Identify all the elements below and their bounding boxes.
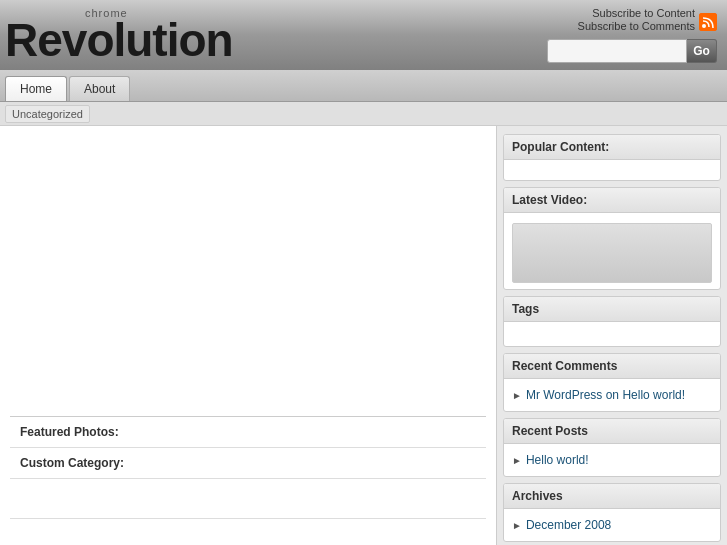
list-item: ► December 2008 bbox=[512, 515, 712, 535]
header-right: Subscribe to Content Subscribe to Commen… bbox=[547, 7, 717, 63]
arrow-icon: ► bbox=[512, 520, 522, 531]
subnav: Uncategorized bbox=[0, 102, 727, 126]
nav-bar: Home About bbox=[0, 70, 727, 102]
widget-recent-posts-title: Recent Posts bbox=[504, 419, 720, 444]
nav-tab-home[interactable]: Home bbox=[5, 76, 67, 101]
bottom-sections: Featured Photos: Custom Category: bbox=[10, 416, 486, 519]
svg-point-1 bbox=[702, 24, 706, 28]
nav-tab-about[interactable]: About bbox=[69, 76, 130, 101]
recent-post-link[interactable]: Hello world! bbox=[526, 453, 589, 467]
recent-comment-link[interactable]: Mr WordPress on Hello world! bbox=[526, 388, 685, 402]
custom-category-title: Custom Category: bbox=[20, 456, 476, 470]
content-main bbox=[10, 136, 486, 416]
widget-popular-content-body bbox=[504, 160, 720, 180]
widget-recent-posts: Recent Posts ► Hello world! bbox=[503, 418, 721, 477]
category-label[interactable]: Uncategorized bbox=[5, 105, 90, 123]
widget-archives: Archives ► December 2008 bbox=[503, 483, 721, 542]
search-button[interactable]: Go bbox=[687, 39, 717, 63]
widget-popular-content: Popular Content: bbox=[503, 134, 721, 181]
featured-photos-section: Featured Photos: bbox=[10, 417, 486, 448]
subscribe-row: Subscribe to Content Subscribe to Commen… bbox=[578, 7, 717, 36]
widget-latest-video-title: Latest Video: bbox=[504, 188, 720, 213]
widget-recent-comments-title: Recent Comments bbox=[504, 354, 720, 379]
widget-tags-title: Tags bbox=[504, 297, 720, 322]
widget-archives-body: ► December 2008 bbox=[504, 509, 720, 541]
content-area: Featured Photos: Custom Category: bbox=[0, 126, 497, 545]
widget-latest-video-body bbox=[504, 213, 720, 289]
header: chrome Revolution Subscribe to Content S… bbox=[0, 0, 727, 70]
bottom-extra-section bbox=[10, 479, 486, 519]
sidebar: Popular Content: Latest Video: Tags Rece… bbox=[497, 126, 727, 545]
search-input[interactable] bbox=[547, 39, 687, 63]
archive-link[interactable]: December 2008 bbox=[526, 518, 611, 532]
subscribe-links: Subscribe to Content Subscribe to Commen… bbox=[578, 7, 695, 32]
list-item: ► Mr WordPress on Hello world! bbox=[512, 385, 712, 405]
search-row: Go bbox=[547, 39, 717, 63]
widget-recent-comments: Recent Comments ► Mr WordPress on Hello … bbox=[503, 353, 721, 412]
subscribe-content-link[interactable]: Subscribe to Content bbox=[592, 7, 695, 19]
arrow-icon: ► bbox=[512, 390, 522, 401]
list-item: ► Hello world! bbox=[512, 450, 712, 470]
custom-category-section: Custom Category: bbox=[10, 448, 486, 479]
logo-revolution-text: Revolution bbox=[5, 17, 233, 63]
arrow-icon: ► bbox=[512, 455, 522, 466]
subscribe-comments-link[interactable]: Subscribe to Comments bbox=[578, 20, 695, 32]
logo-area: chrome Revolution bbox=[5, 8, 233, 63]
widget-tags: Tags bbox=[503, 296, 721, 347]
video-placeholder bbox=[512, 223, 712, 283]
widget-popular-content-title: Popular Content: bbox=[504, 135, 720, 160]
widget-tags-body bbox=[504, 322, 720, 346]
rss-icon bbox=[699, 13, 717, 31]
widget-archives-title: Archives bbox=[504, 484, 720, 509]
featured-photos-title: Featured Photos: bbox=[20, 425, 476, 439]
main-content: Featured Photos: Custom Category: Popula… bbox=[0, 126, 727, 545]
widget-recent-comments-body: ► Mr WordPress on Hello world! bbox=[504, 379, 720, 411]
widget-latest-video: Latest Video: bbox=[503, 187, 721, 290]
widget-recent-posts-body: ► Hello world! bbox=[504, 444, 720, 476]
